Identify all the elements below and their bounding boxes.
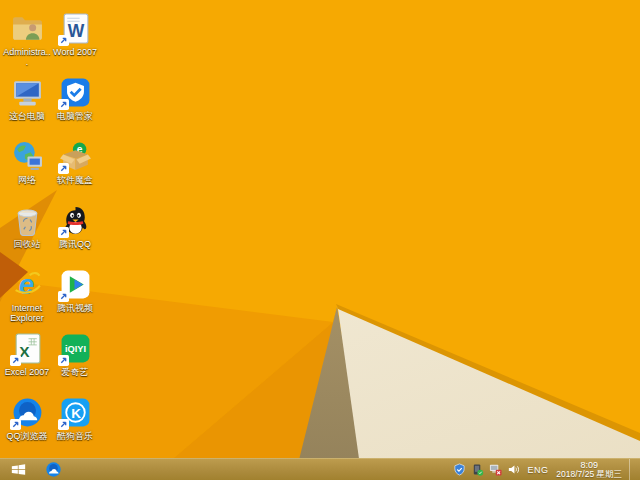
- start-button[interactable]: [0, 459, 36, 480]
- shortcut-arrow-icon: [58, 99, 69, 110]
- desktop-icon-label: QQ浏览器: [3, 431, 51, 441]
- system-tray: ENG 8:09 2018/7/25 星期三: [453, 459, 640, 480]
- language-indicator[interactable]: ENG: [528, 465, 549, 475]
- iqiyi-icon: iQIYI: [59, 332, 92, 365]
- desktop-icon-label: 腾讯视频: [51, 303, 99, 313]
- tray-security-shield-icon[interactable]: [453, 463, 466, 476]
- user-folder-icon: [11, 12, 44, 45]
- shortcut-arrow-icon: [10, 355, 21, 366]
- desktop-icon-this-pc[interactable]: 这台电脑: [3, 76, 51, 138]
- windows-logo-icon: [10, 462, 27, 477]
- svg-text:W: W: [67, 21, 84, 41]
- desktop-icon-recycle-bin[interactable]: 回收站: [3, 204, 51, 266]
- desktop-icon-label: 这台电脑: [3, 111, 51, 121]
- shortcut-arrow-icon: [58, 227, 69, 238]
- desktop-icon-label: 回收站: [3, 239, 51, 249]
- recycle-bin-icon: [11, 204, 44, 237]
- desktop-icon-label: 酷狗音乐: [51, 431, 99, 441]
- shortcut-arrow-icon: [58, 291, 69, 302]
- desktop-icon-label: 爱奇艺: [51, 367, 99, 377]
- desktop-icon-label: 网络: [3, 175, 51, 185]
- globe-network-icon: [11, 140, 44, 173]
- desktop-icon-label: Internet Explorer: [3, 303, 51, 323]
- desktop-icon-administrator[interactable]: Administra...: [3, 12, 51, 74]
- desktop-icon-tencent-video[interactable]: 腾讯视频: [51, 268, 99, 330]
- shortcut-arrow-icon: [58, 355, 69, 366]
- desktop-icon-network[interactable]: 网络: [3, 140, 51, 202]
- taskbar: ENG 8:09 2018/7/25 星期三: [0, 458, 640, 480]
- desktop[interactable]: { "wallpaper": { "base_color": "#f6a902"…: [0, 0, 640, 480]
- qq-penguin-icon: [59, 204, 92, 237]
- qq-browser-icon: [45, 461, 62, 478]
- desktop-icon-qq-browser[interactable]: QQ浏览器: [3, 396, 51, 458]
- desktop-icon-label: Excel 2007: [3, 367, 51, 377]
- excel-icon: X: [11, 332, 44, 365]
- desktop-icon-label: 电脑管家: [51, 111, 99, 121]
- desktop-icon-tencent-qq[interactable]: 腾讯QQ: [51, 204, 99, 266]
- tray-network-disconnected-icon[interactable]: [489, 463, 502, 476]
- tray-volume-icon[interactable]: [507, 463, 520, 476]
- desktop-icon-iqiyi[interactable]: iQIYI 爱奇艺: [51, 332, 99, 394]
- shield-check-icon: [59, 76, 92, 109]
- kugou-icon: K: [59, 396, 92, 429]
- desktop-icon-pc-manager[interactable]: 电脑管家: [51, 76, 99, 138]
- tray-device-safe-icon[interactable]: [471, 463, 484, 476]
- ie-icon: e: [11, 268, 44, 301]
- show-desktop-button[interactable]: [629, 459, 635, 480]
- qq-browser-icon: [11, 396, 44, 429]
- desktop-icon-kugou-music[interactable]: K 酷狗音乐: [51, 396, 99, 458]
- desktop-icon-word-2007[interactable]: W Word 2007: [51, 12, 99, 74]
- clock-date: 2018/7/25 星期三: [556, 470, 622, 479]
- shortcut-arrow-icon: [58, 419, 69, 430]
- shortcut-arrow-icon: [10, 419, 21, 430]
- word-icon: W: [59, 12, 92, 45]
- shortcut-arrow-icon: [58, 163, 69, 174]
- shortcut-arrow-icon: [58, 35, 69, 46]
- play-video-icon: [59, 268, 92, 301]
- desktop-icon-label: 软件魔盒: [51, 175, 99, 185]
- desktop-icon-software-box[interactable]: e 软件魔盒: [51, 140, 99, 202]
- computer-icon: [11, 76, 44, 109]
- desktop-icon-label: 腾讯QQ: [51, 239, 99, 249]
- taskbar-clock[interactable]: 8:09 2018/7/25 星期三: [556, 460, 622, 479]
- svg-text:iQIYI: iQIYI: [64, 344, 85, 354]
- desktop-icon-internet-explorer[interactable]: e Internet Explorer: [3, 268, 51, 330]
- desktop-icon-label: Word 2007: [51, 47, 99, 57]
- taskbar-pinned-qq-browser[interactable]: [40, 459, 66, 480]
- desktop-icon-excel-2007[interactable]: X Excel 2007: [3, 332, 51, 394]
- desktop-icon-label: Administra...: [3, 47, 51, 67]
- svg-text:K: K: [71, 406, 81, 421]
- open-box-icon: e: [59, 140, 92, 173]
